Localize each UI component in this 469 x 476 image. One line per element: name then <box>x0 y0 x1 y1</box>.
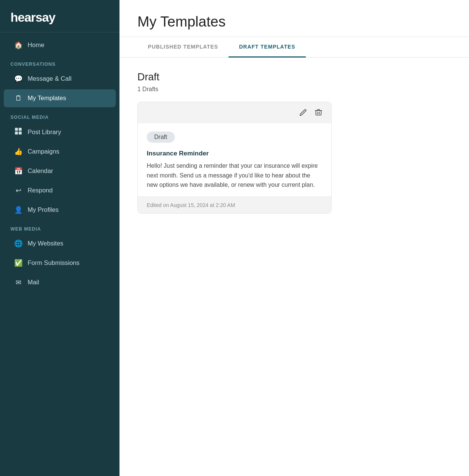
edit-icon <box>299 109 307 116</box>
sidebar-item-my-websites[interactable]: 🌐 My Websites <box>4 235 116 253</box>
sidebar-item-label: Form Submissions <box>28 259 80 267</box>
sidebar: hearsay 🏠 Home CONVERSATIONS 💬 Message &… <box>0 0 119 476</box>
campaigns-icon: 👍 <box>14 148 22 156</box>
sidebar-item-calendar[interactable]: 📅 Calendar <box>4 162 116 180</box>
sidebar-item-my-profiles[interactable]: 👤 My Profiles <box>4 201 116 219</box>
sidebar-item-mail[interactable]: ✉ Mail <box>4 273 116 291</box>
template-card-body: Draft Insurance Reminder Hello! Just sen… <box>138 123 331 197</box>
trash-icon <box>315 109 322 116</box>
sidebar-section-conversations: CONVERSATIONS <box>0 55 119 69</box>
logo: hearsay <box>0 0 119 32</box>
sidebar-item-label: Home <box>28 41 44 49</box>
sidebar-item-label: Message & Call <box>28 75 72 83</box>
drafts-count: 1 Drafts <box>137 86 451 93</box>
sidebar-item-label: Campaigns <box>28 148 59 155</box>
sidebar-item-label: Calendar <box>28 167 53 175</box>
svg-rect-3 <box>19 132 22 135</box>
respond-icon: ↩ <box>14 186 22 195</box>
tab-published-templates[interactable]: PUBLISHED TEMPLATES <box>137 37 229 58</box>
draft-badge: Draft <box>147 132 175 143</box>
sidebar-item-label: Mail <box>28 279 39 286</box>
sidebar-item-label: Post Library <box>28 129 61 136</box>
sidebar-item-label: My Websites <box>28 240 63 247</box>
main-content: My Templates PUBLISHED TEMPLATES DRAFT T… <box>119 0 469 476</box>
post-library-icon <box>14 128 22 136</box>
sidebar-item-home[interactable]: 🏠 Home <box>4 36 116 54</box>
sidebar-section-web-media: WEB MEDIA <box>0 220 119 234</box>
delete-button[interactable] <box>313 107 324 120</box>
sidebar-divider <box>0 32 119 33</box>
page-title: My Templates <box>137 13 451 30</box>
sidebar-item-respond[interactable]: ↩ Respond <box>4 182 116 200</box>
form-submissions-icon: ✅ <box>14 259 22 267</box>
sidebar-item-message-call[interactable]: 💬 Message & Call <box>4 70 116 88</box>
sidebar-item-label: My Templates <box>28 95 66 102</box>
template-card-text: Hello! Just sending a reminder that your… <box>147 161 322 190</box>
sidebar-item-label: Respond <box>28 187 53 194</box>
my-templates-icon: 🗒 <box>14 94 22 102</box>
message-call-icon: 💬 <box>14 75 22 83</box>
svg-rect-1 <box>19 128 22 131</box>
my-profiles-icon: 👤 <box>14 206 22 214</box>
template-card-title: Insurance Reminder <box>147 149 322 157</box>
calendar-icon: 📅 <box>14 167 22 175</box>
home-icon: 🏠 <box>14 41 22 49</box>
tab-draft-templates[interactable]: DRAFT TEMPLATES <box>229 37 306 58</box>
sidebar-item-my-templates[interactable]: 🗒 My Templates <box>4 89 116 107</box>
my-websites-icon: 🌐 <box>14 239 22 248</box>
template-card: Draft Insurance Reminder Hello! Just sen… <box>137 102 332 214</box>
mail-icon: ✉ <box>14 278 22 287</box>
sidebar-item-campaigns[interactable]: 👍 Campaigns <box>4 143 116 161</box>
sidebar-item-post-library[interactable]: Post Library <box>4 123 116 141</box>
main-header: My Templates <box>119 0 469 37</box>
sidebar-item-label: My Profiles <box>28 206 59 214</box>
template-card-actions <box>138 102 331 123</box>
edit-button[interactable] <box>297 107 309 120</box>
sidebar-item-form-submissions[interactable]: ✅ Form Submissions <box>4 254 116 272</box>
svg-rect-0 <box>15 128 18 131</box>
svg-rect-4 <box>316 111 321 115</box>
tabs-bar: PUBLISHED TEMPLATES DRAFT TEMPLATES <box>119 37 469 58</box>
sidebar-section-social-media: SOCIAL MEDIA <box>0 108 119 122</box>
content-area: Draft 1 Drafts <box>119 58 469 227</box>
section-heading: Draft <box>137 71 451 83</box>
svg-rect-2 <box>15 132 18 135</box>
template-card-footer: Edited on August 15, 2024 at 2:20 AM <box>138 197 331 213</box>
